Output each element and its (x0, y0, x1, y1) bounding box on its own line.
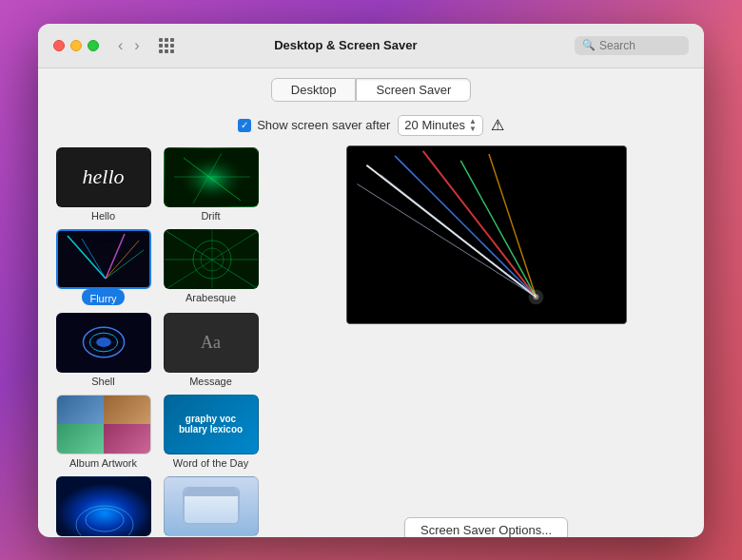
hello-text: hello (83, 164, 125, 189)
ss-item-flurry[interactable]: Flurry (53, 227, 153, 307)
ss-row-5: BeepifyScreenSa... Magic Window Air (53, 474, 272, 537)
svg-rect-24 (57, 477, 151, 536)
timer-checkbox[interactable]: ✓ (238, 119, 251, 132)
ss-row-1: hello Hello (53, 145, 272, 223)
ss-thumb-hello: hello (56, 147, 151, 207)
svg-rect-5 (58, 231, 151, 289)
stepper-down-icon[interactable]: ▼ (469, 126, 477, 133)
ss-item-hello[interactable]: hello Hello (53, 145, 153, 223)
ss-row-4: Album Artwork graphy vocbulary lexicoo W… (53, 393, 272, 471)
ss-thumb-arabesque (164, 229, 259, 289)
minutes-value: 20 Minutes (404, 118, 465, 132)
minimize-button[interactable] (70, 40, 82, 51)
ss-row-3: Shell Aa Message (53, 311, 272, 389)
warning-icon: ⚠ (491, 116, 504, 134)
screen-saver-options-button[interactable]: Screen Saver Options... (404, 517, 568, 537)
main-area: hello Hello (53, 145, 689, 537)
preview-screen (346, 145, 627, 324)
back-button[interactable]: ‹ (114, 35, 127, 56)
tab-desktop[interactable]: Desktop (271, 78, 357, 102)
svg-rect-27 (347, 146, 625, 323)
ss-label-album: Album Artwork (69, 457, 137, 469)
ss-thumb-album (56, 395, 151, 454)
ss-label-wrap-flurry: Flurry (82, 289, 124, 305)
minutes-stepper[interactable]: ▲ ▼ (469, 118, 477, 133)
timer-row: ✓ Show screen saver after 20 Minutes ▲ ▼… (53, 109, 689, 145)
search-input[interactable] (599, 39, 685, 52)
album-cell-1 (57, 396, 104, 425)
message-aa-text: Aa (201, 333, 221, 353)
ss-row-2: Flurry (53, 227, 272, 307)
screensaver-list: hello Hello (53, 145, 272, 537)
maximize-button[interactable] (88, 40, 99, 51)
ss-label-flurry: Flurry (89, 293, 116, 304)
album-cell-3 (57, 424, 104, 454)
ss-label-message: Message (189, 376, 232, 387)
ss-label-arabesque: Arabesque (186, 292, 236, 303)
ss-item-magic[interactable]: Magic Window Air (161, 474, 261, 537)
ss-thumb-drift (164, 147, 259, 207)
ss-label-hello: Hello (91, 210, 115, 222)
ss-item-word[interactable]: graphy vocbulary lexicoo Word of the Day (161, 393, 261, 471)
timer-label: Show screen saver after (257, 118, 390, 132)
tab-screensaver[interactable]: Screen Saver (356, 78, 471, 102)
window-title: Desktop & Screen Saver (128, 38, 563, 52)
search-icon: 🔍 (582, 39, 596, 51)
ss-label-drift: Drift (201, 210, 220, 222)
close-button[interactable] (53, 40, 65, 51)
ss-item-message[interactable]: Aa Message (161, 311, 261, 389)
ss-thumb-shell (56, 313, 151, 373)
search-box[interactable]: 🔍 (575, 36, 689, 55)
magic-window-icon (183, 487, 240, 525)
ss-item-drift[interactable]: Drift (161, 145, 261, 223)
word-text: graphy vocbulary lexicoo (177, 412, 244, 436)
traffic-lights (53, 40, 99, 51)
ss-item-beepify[interactable]: BeepifyScreenSa... (53, 474, 153, 537)
ss-thumb-magic (164, 476, 259, 536)
laser-preview-svg (347, 146, 626, 323)
album-cell-2 (104, 396, 150, 425)
titlebar: ‹ › Desktop & Screen Saver 🔍 (38, 24, 704, 68)
content-area: ✓ Show screen saver after 20 Minutes ▲ ▼… (38, 109, 704, 537)
ss-thumb-word: graphy vocbulary lexicoo (164, 395, 259, 454)
tab-bar: Desktop Screen Saver (38, 68, 704, 109)
album-cell-4 (104, 424, 150, 454)
ss-item-shell[interactable]: Shell (53, 311, 153, 389)
ss-item-arabesque[interactable]: Arabesque (161, 227, 261, 307)
ss-thumb-message: Aa (164, 313, 259, 373)
ss-item-album[interactable]: Album Artwork (53, 393, 153, 471)
main-window: ‹ › Desktop & Screen Saver 🔍 Desktop Scr… (38, 24, 704, 537)
preview-area: Screen Saver Options... (283, 145, 689, 537)
minutes-select[interactable]: 20 Minutes ▲ ▼ (398, 115, 483, 136)
ss-label-word: Word of the Day (173, 457, 248, 469)
ss-label-shell: Shell (91, 376, 114, 387)
ss-thumb-flurry (56, 229, 151, 289)
timer-checkbox-label[interactable]: ✓ Show screen saver after (238, 118, 390, 132)
album-collage (57, 396, 150, 454)
svg-point-36 (533, 294, 538, 299)
ss-thumb-beepify (56, 476, 151, 536)
